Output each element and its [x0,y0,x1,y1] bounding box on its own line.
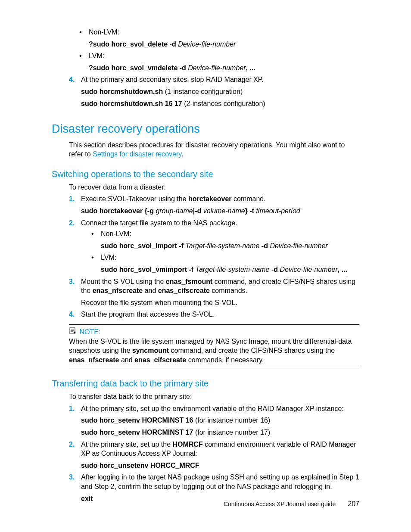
cmd-bold: sudo horcmshutdown.sh [81,88,163,95]
step-4: 4. Start the program that accesses the S… [69,310,359,319]
bullet-lvm: LVM: ?sudo horc_svol_vmdelete -d Device-… [79,51,359,72]
bullet-list: Non-LVM: ?sudo horc_svol_delete -d Devic… [79,28,359,72]
page-footer: Continuous Access XP Journal user guide … [224,500,359,508]
t: Mount the S-VOL using the [81,278,166,285]
t: command, and create the CIFS/NFS shares … [169,347,335,354]
b: syncmount [132,347,169,354]
intro-text-b: . [181,150,183,158]
subhead-transferring-data: Transferring data back to the primary si… [52,378,359,389]
command: sudo horc_setenv HORCMINST 17 (for insta… [81,428,359,437]
b: enas_fsmount [166,278,212,285]
cmd-b: exit [81,495,93,502]
b: enas_cifscreate [158,287,210,294]
step-text: After logging in to the target NAS packa… [81,473,359,490]
cmd-b: sudo horc_svol_vmimport -f [101,266,196,273]
document-body: Non-LVM: ?sudo horc_svol_delete -d Devic… [52,28,359,503]
step-number: 4. [69,310,75,319]
bullet-nonlvm: Non-LVM: sudo horc_svol_import -f Target… [91,229,359,250]
command: sudo horc_svol_vmimport -f Target-file-s… [101,265,359,274]
step-1: 1. Execute SVOL-Takeover using the horct… [69,194,359,215]
b: enas_cifscreate [134,356,186,364]
step-number: 3. [69,277,75,286]
command: sudo horc_setenv HORCMINST 16 (for insta… [81,416,359,425]
footer-text: Continuous Access XP Journal user guide [224,501,336,507]
cmd-bold: ?sudo horc_svol_vmdelete -d [89,64,188,72]
section-heading-disaster-recovery: Disaster recovery operations [52,121,359,137]
bullet-lvm: LVM: sudo horc_svol_vmimport -f Target-f… [91,253,359,274]
cmd-r: (for instance number 17) [193,429,271,436]
command: ?sudo horc_svol_vmdelete -d Device-file-… [89,63,359,73]
cmd-b: -d [259,242,270,249]
top-steps: Non-LVM: ?sudo horc_svol_delete -d Devic… [69,28,359,108]
step-text: At the primary and secondary sites, stop… [81,76,264,83]
cmd-i: volume-name [203,207,245,215]
t: commands, if necessary. [186,356,264,364]
step-number: 2. [69,218,75,228]
t: and [119,356,135,364]
command: sudo horcmshutdown.sh (1-instance config… [81,87,359,96]
command: sudo horctakeover {-g group-name|-d volu… [81,206,359,216]
step-1: 1. At the primary site, set up the envir… [69,404,359,437]
cmd-trail: , ... [338,266,347,273]
step-number: 1. [69,404,75,414]
cmd-bold: ?sudo horc_svol_delete -d [89,40,178,48]
step-number: 3. [69,473,75,482]
cmd-b: sudo horc_svol_import -f [101,242,185,249]
cmd-i: group-name [156,207,193,215]
step-extra: Recover the file system when mounting th… [81,298,359,308]
bullet-label: Non-LVM: [101,230,131,237]
step-3: 3. Mount the S-VOL using the enas_fsmoun… [69,277,359,308]
step-bold: horctakeover [188,195,232,202]
cmd-b: |-d [193,207,203,215]
t: and [143,287,158,294]
implied-step-bullets: Non-LVM: ?sudo horc_svol_delete -d Devic… [69,28,359,72]
step-number: 2. [69,440,75,449]
bullet-label: LVM: [101,254,116,261]
note-rule-top [69,324,359,325]
transfer-steps: 1. At the primary site, set up the envir… [69,404,359,503]
step-number: 1. [69,194,75,204]
cmd-arg: Device-file-number [178,40,236,48]
subsection-intro: To transfer data back to the primary sit… [69,392,359,401]
step-2: 2. At the primary site, set up the HOMRC… [69,440,359,470]
bullet-list: Non-LVM: sudo horc_svol_import -f Target… [91,229,359,274]
bullet-nonlvm: Non-LVM: ?sudo horc_svol_delete -d Devic… [79,28,359,49]
note-rule-bottom [69,368,359,368]
cmd-bold: sudo horcmshutdown.sh 16 17 [81,100,182,107]
note-heading: NOTE: [79,328,100,336]
cmd-b: } -t [245,207,256,215]
page-number: 207 [348,500,359,507]
step-4: 4. At the primary and secondary sites, s… [69,75,359,108]
b: enas_nfscreate [69,356,119,364]
step-text: At the primary site, set up the environm… [81,405,344,412]
command: sudo horc_svol_import -f Target-file-sys… [101,241,359,251]
subhead-switching-ops: Switching operations to the secondary si… [52,168,359,180]
cmd-i: timeout-period [256,207,300,215]
command: ?sudo horc_svol_delete -d Device-file-nu… [89,40,359,49]
step-text: Connect the target file system to the NA… [81,219,237,227]
cmd-b: -d [270,266,280,273]
cmd-trail: , ... [246,64,255,72]
cmd-r: (for instance number 16) [193,417,271,424]
cmd-i: Device-file-number [270,242,327,249]
step-text-post: command. [232,195,266,202]
subsection-intro: To recover data from a disaster: [69,183,359,192]
cmd-b: sudo horctakeover {-g [81,207,156,215]
step-2: 2. Connect the target file system to the… [69,218,359,274]
note-block: NOTE: When the S-VOL is the file system … [69,327,359,364]
command: sudo horcmshutdown.sh 16 17 (2-instances… [81,99,359,109]
command: sudo horc_unsetenv HORCC_MRCF [81,461,359,470]
cmd-b: sudo horc_setenv HORCMINST 16 [81,417,193,424]
switching-steps: 1. Execute SVOL-Takeover using the horct… [69,194,359,319]
cmd-i: Target-file-system-name [196,266,270,273]
step-number: 4. [69,75,75,84]
cmd-rest: (2-instances configuration) [182,100,265,107]
cmd-b: sudo horc_setenv HORCMINST 17 [81,429,193,436]
cmd-b: sudo horc_unsetenv HORCC_MRCF [81,462,199,469]
cmd-i: Target-file-system-name [185,242,259,249]
cmd-arg: Device-file-number [188,64,246,72]
note-icon [69,327,77,337]
section-intro: This section describes procedures for di… [69,140,359,159]
step-text-pre: Execute SVOL-Takeover using the [81,195,188,202]
link-settings-disaster-recovery[interactable]: Settings for disaster recovery [93,150,181,158]
